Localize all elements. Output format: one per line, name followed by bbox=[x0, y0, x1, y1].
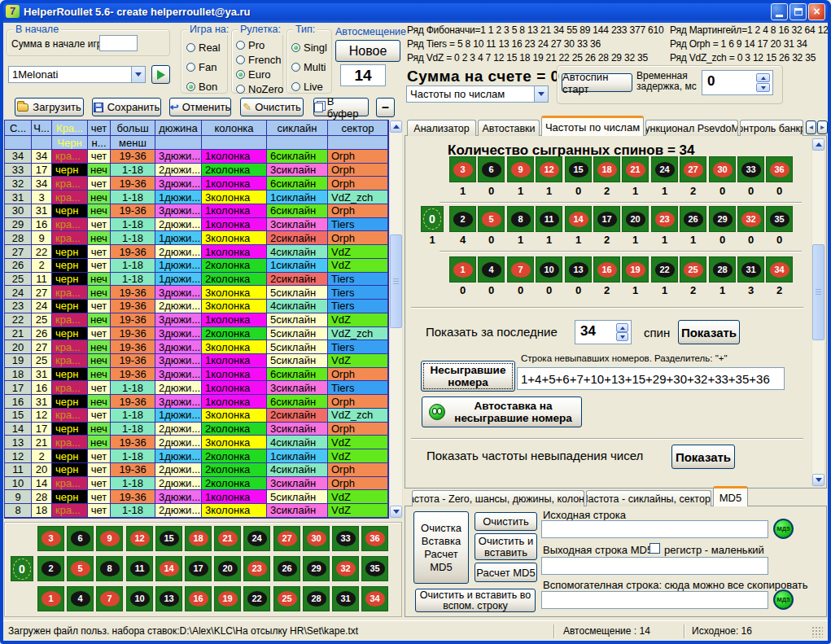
collapse-button[interactable]: – bbox=[376, 98, 395, 117]
column-header[interactable]: Кра... bbox=[52, 120, 88, 136]
column-header[interactable]: Черн bbox=[52, 136, 88, 150]
board-cell-8[interactable]: 8 bbox=[96, 556, 123, 581]
radio-nozero[interactable]: NoZero bbox=[236, 83, 283, 94]
table-row[interactable]: 1120чернчет19-362дюжи...2колонка4сиклайн… bbox=[5, 463, 388, 477]
table-row[interactable]: 2427кра...неч19-363дюжи...3колонка5сикла… bbox=[5, 286, 388, 300]
board-cell-9[interactable]: 9 bbox=[96, 526, 123, 551]
board-cell-35[interactable]: 35 bbox=[361, 556, 388, 581]
board-cell-12[interactable]: 12 bbox=[126, 526, 153, 551]
board-cell-10[interactable]: 10 bbox=[126, 586, 153, 611]
radio-singl[interactable]: Singl bbox=[291, 42, 327, 53]
missing-numbers-input[interactable] bbox=[517, 367, 785, 390]
table-row[interactable]: 2126чернчет19-363дюжи...2колонка5сиклайн… bbox=[5, 327, 388, 341]
column-header[interactable]: Ч... bbox=[32, 120, 52, 136]
tab-2[interactable]: Частота - сиклайны, сектора bbox=[586, 490, 711, 506]
table-scrollbar-thumb[interactable] bbox=[390, 234, 402, 328]
column-header[interactable] bbox=[267, 136, 328, 150]
combo-arrow-icon[interactable] bbox=[131, 67, 145, 82]
board-cell-2[interactable]: 2 bbox=[37, 556, 64, 581]
board-cell-0[interactable]: 0 bbox=[11, 556, 33, 581]
register-checkbox[interactable] bbox=[649, 543, 660, 554]
new-button[interactable]: Новое bbox=[335, 40, 400, 62]
radio-pro[interactable]: Pro bbox=[236, 39, 283, 50]
table-row[interactable]: 313кра...неч1-181дюжи...3колонка1сиклайн… bbox=[5, 191, 388, 204]
board-cell-7[interactable]: 7 bbox=[96, 586, 123, 611]
panel-scroll-down-button[interactable] bbox=[812, 474, 824, 486]
radio-euro[interactable]: Euro bbox=[236, 68, 283, 80]
column-header[interactable]: сектор bbox=[328, 120, 388, 136]
board-cell-33[interactable]: 33 bbox=[332, 526, 359, 551]
table-row[interactable]: 262чернчет1-181дюжи...2колонка1сиклайнVd… bbox=[5, 259, 388, 273]
delay-spin-up-button[interactable] bbox=[756, 73, 770, 82]
close-button[interactable]: × bbox=[808, 3, 825, 20]
table-row[interactable]: 1014кра...чет1-182дюжи...2колонка3сиклай… bbox=[5, 477, 388, 491]
column-header[interactable]: колонка bbox=[202, 120, 267, 136]
radio-bon[interactable]: Bon bbox=[186, 81, 221, 92]
delay-spinner[interactable]: 0 bbox=[702, 70, 773, 95]
board-cell-27[interactable]: 27 bbox=[273, 526, 300, 551]
tab-1[interactable]: Частота - Zero, шансы, дюжины, колонки bbox=[412, 490, 584, 506]
table-row[interactable]: 818кра...чет1-182дюжи...3колонка3сиклайн… bbox=[5, 504, 388, 518]
board-cell-5[interactable]: 5 bbox=[67, 556, 94, 581]
column-header[interactable] bbox=[155, 136, 202, 150]
board-cell-18[interactable]: 18 bbox=[185, 526, 212, 551]
md5-big-button[interactable]: Очистка Вставка Расчет MD5 bbox=[413, 511, 469, 584]
board-cell-34[interactable]: 34 bbox=[361, 586, 388, 611]
table-row[interactable]: 1417черннеч1-182дюжи...2колонка3сиклайнO… bbox=[5, 423, 388, 436]
column-header[interactable] bbox=[32, 136, 52, 150]
md5-output-input[interactable] bbox=[541, 557, 768, 575]
table-row[interactable]: 1631черннеч19-363дюжи...1колонка6сиклайн… bbox=[5, 395, 388, 409]
board-cell-16[interactable]: 16 bbox=[185, 586, 212, 611]
table-row[interactable]: 289кра...неч1-181дюжи...3колонка2сиклайн… bbox=[5, 231, 388, 245]
board-cell-30[interactable]: 30 bbox=[303, 526, 330, 551]
md5-clear-paste-button[interactable]: Очистить и вставить bbox=[475, 533, 537, 560]
board-cell-15[interactable]: 15 bbox=[155, 526, 182, 551]
radio-fan[interactable]: Fan bbox=[186, 61, 221, 72]
tab-1[interactable]: Анализатор bbox=[407, 120, 476, 136]
play-button[interactable] bbox=[151, 65, 170, 84]
show-last-down-button[interactable] bbox=[616, 332, 628, 341]
autospin-start-button[interactable]: Автоспин старт bbox=[562, 73, 632, 92]
show-last-spinner[interactable]: 34 bbox=[575, 320, 632, 344]
missing-numbers-button[interactable]: Несыгравшие номера bbox=[421, 361, 515, 392]
load-button[interactable]: Загрузить bbox=[15, 98, 84, 116]
tab-5[interactable]: Контроль банкро bbox=[740, 120, 803, 136]
board-cell-24[interactable]: 24 bbox=[243, 526, 270, 551]
board-cell-19[interactable]: 19 bbox=[214, 586, 241, 611]
board-cell-22[interactable]: 22 bbox=[243, 586, 270, 611]
table-row[interactable]: 3031черннеч19-363дюжи...1колонка6сиклайн… bbox=[5, 204, 388, 218]
table-row[interactable]: 1831черннеч19-363дюжи...1колонка6сиклайн… bbox=[5, 368, 388, 382]
table-row[interactable]: 122чернчет1-181дюжи...2колонка1сиклайнVd… bbox=[5, 449, 388, 463]
column-header[interactable]: н... bbox=[88, 136, 111, 150]
table-row[interactable]: 2225кра...неч19-363дюжи...1колонка5сикла… bbox=[5, 313, 388, 327]
column-header[interactable]: чет bbox=[88, 120, 111, 136]
board-cell-17[interactable]: 17 bbox=[185, 556, 212, 581]
delay-spin-down-button[interactable] bbox=[756, 83, 770, 92]
tab-2[interactable]: Автоставки bbox=[478, 120, 540, 136]
column-header[interactable]: менш bbox=[111, 136, 155, 150]
column-header[interactable]: дюжина bbox=[155, 120, 202, 136]
start-sum-input[interactable] bbox=[99, 35, 138, 51]
table-row[interactable]: 1925кра...неч19-363дюжи...1колонка5сикла… bbox=[5, 354, 388, 368]
md5-clear-button[interactable]: Очистить bbox=[475, 512, 537, 531]
table-row[interactable]: 2722чернчет19-362дюжи...1колонка4сиклайн… bbox=[5, 245, 388, 259]
board-cell-13[interactable]: 13 bbox=[155, 586, 182, 611]
column-header[interactable] bbox=[202, 136, 267, 150]
md5-aux-input[interactable] bbox=[541, 591, 768, 609]
resize-grip[interactable] bbox=[811, 626, 823, 637]
table-row[interactable]: 1512кра...чет1-181дюжи...3колонка2сиклай… bbox=[5, 409, 388, 423]
board-cell-3[interactable]: 3 bbox=[37, 526, 64, 551]
undo-button[interactable]: ↩Отменить bbox=[169, 98, 231, 116]
buffer-button[interactable]: В буфер bbox=[313, 98, 369, 116]
save-button[interactable]: Сохранить bbox=[92, 98, 161, 116]
table-scroll-up-button[interactable] bbox=[390, 120, 402, 133]
table-row[interactable]: 3317черннеч1-182дюжи...2колонка3сиклайнO… bbox=[5, 164, 388, 177]
clear-button[interactable]: ✎Очистить bbox=[240, 98, 304, 116]
panel-scrollbar-thumb[interactable] bbox=[812, 244, 824, 340]
freq-missing-show-button[interactable]: Показать bbox=[671, 445, 735, 469]
preset-combobox[interactable]: 1Melonati bbox=[8, 66, 146, 83]
autobet-missing-button[interactable]: Автоставка на несыгравшие номера bbox=[422, 396, 582, 427]
tab-3[interactable]: MD5 bbox=[713, 486, 748, 506]
table-row[interactable]: 2324чернчет19-362дюжи...3колонка4сиклайн… bbox=[5, 300, 388, 313]
board-cell-1[interactable]: 1 bbox=[37, 586, 64, 611]
